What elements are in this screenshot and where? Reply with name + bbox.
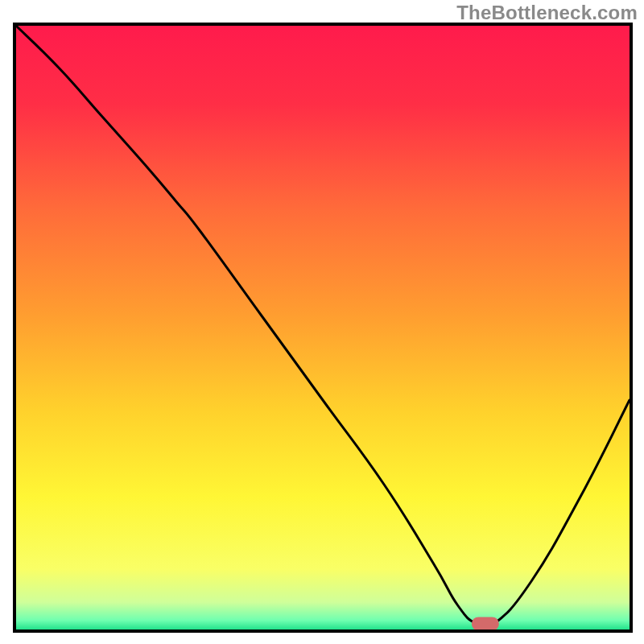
watermark-text: TheBottleneck.com	[456, 2, 638, 24]
bottleneck-curve	[16, 26, 630, 630]
optimal-marker	[472, 617, 499, 630]
chart-root: TheBottleneck.com	[0, 0, 644, 644]
plot-layers	[16, 26, 630, 630]
plot-frame	[13, 23, 633, 633]
curve-path	[16, 26, 630, 629]
